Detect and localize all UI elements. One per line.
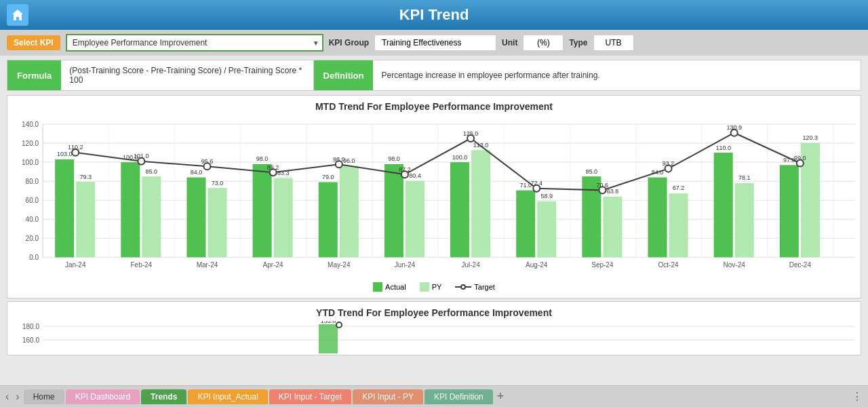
formula-definition-row: Formula (Post-Training Score - Pre-Train…	[7, 60, 861, 91]
tab-kpi-definition[interactable]: KPI Definition	[425, 389, 493, 404]
svg-text:Nov-24: Nov-24	[724, 261, 746, 269]
kpi-select[interactable]: Employee Performance Improvement	[66, 34, 323, 52]
svg-text:79.3: 79.3	[79, 174, 92, 180]
bar-feb-py	[142, 176, 161, 257]
ytd-chart-title: YTD Trend For Employee Performance Impro…	[13, 307, 855, 318]
bar-mar-py	[208, 188, 226, 257]
kpi-select-wrapper: Employee Performance Improvement ▼	[66, 34, 323, 52]
ytd-chart-svg: 180.0 160.0 153.8	[13, 321, 855, 355]
svg-text:110.0: 110.0	[715, 144, 731, 151]
bar-apr-actual	[253, 164, 272, 257]
bar-nov-actual	[714, 153, 733, 257]
bar-mar-actual	[186, 178, 205, 258]
ytd-chart-container: YTD Trend For Employee Performance Impro…	[7, 301, 861, 355]
svg-text:85.0: 85.0	[146, 168, 158, 175]
legend-target-icon	[455, 286, 471, 288]
svg-text:80.4: 80.4	[409, 172, 421, 179]
legend-py-icon	[420, 282, 429, 292]
svg-text:180.0: 180.0	[22, 323, 39, 330]
svg-text:20.0: 20.0	[26, 235, 39, 242]
tab-nav-prev[interactable]: ‹	[3, 391, 12, 403]
home-button[interactable]	[7, 4, 28, 26]
unit-label: Unit	[502, 38, 517, 47]
legend-py-label: PY	[432, 283, 442, 291]
tab-bar: ‹ › Home KPI Dashboard Trends KPI Input_…	[0, 385, 868, 407]
bar-jun-py	[406, 181, 425, 258]
tab-add-button[interactable]: +	[494, 389, 507, 404]
svg-text:120.3: 120.3	[803, 134, 818, 141]
svg-text:85.0: 85.0	[586, 168, 598, 175]
legend-actual-label: Actual	[385, 283, 406, 291]
tab-kpi-input-py[interactable]: KPI Input - PY	[353, 389, 423, 404]
bar-jan-py	[76, 182, 95, 257]
legend-actual: Actual	[373, 282, 406, 292]
header: KPI Trend	[0, 0, 868, 30]
svg-text:95.6: 95.6	[201, 158, 214, 165]
svg-text:Jun-24: Jun-24	[395, 261, 416, 269]
svg-text:98.0: 98.0	[388, 155, 400, 162]
svg-text:98.0: 98.0	[333, 156, 345, 163]
bar-aug-actual	[516, 191, 535, 258]
bar-jul-actual	[450, 162, 469, 257]
bar-sep-py	[603, 197, 622, 257]
svg-text:Apr-24: Apr-24	[263, 261, 283, 269]
chart-legend: Actual PY Target	[13, 282, 855, 292]
svg-text:Aug-24: Aug-24	[526, 261, 548, 269]
bar-apr-py	[274, 178, 293, 258]
svg-text:103.0: 103.0	[57, 151, 73, 157]
bar-jan-actual	[55, 159, 74, 257]
svg-rect-81	[319, 324, 338, 353]
mtd-chart-title: MTD Trend For Employee Performance Impro…	[13, 101, 855, 112]
tab-home[interactable]: Home	[24, 389, 64, 404]
select-kpi-label: Select KPI	[7, 35, 60, 50]
svg-text:84.0: 84.0	[191, 169, 203, 176]
svg-text:60.0: 60.0	[26, 197, 39, 204]
mtd-chart-svg: 140.0 120.0 100.0 80.0 60.0 40.0 20.0 0.…	[13, 115, 855, 277]
svg-text:80.0: 80.0	[26, 178, 39, 185]
bar-may-actual	[319, 182, 338, 258]
unit-value: (%)	[523, 35, 564, 51]
legend-target-label: Target	[474, 283, 495, 291]
svg-text:Jan-24: Jan-24	[65, 261, 86, 269]
svg-text:79.0: 79.0	[322, 174, 334, 180]
svg-text:Feb-24: Feb-24	[130, 261, 152, 269]
svg-text:100.0: 100.0	[452, 154, 468, 161]
svg-text:40.0: 40.0	[26, 216, 39, 223]
svg-text:89.2: 89.2	[267, 164, 279, 171]
bar-dec-actual	[780, 165, 799, 257]
formula-badge: Formula	[7, 60, 61, 90]
formula-text: (Post-Training Score - Pre-Training Scor…	[61, 60, 313, 90]
svg-text:101.0: 101.0	[134, 153, 149, 159]
svg-text:0.0: 0.0	[29, 254, 39, 261]
tab-kpi-input-target[interactable]: KPI Input - Target	[269, 389, 351, 404]
legend-actual-icon	[373, 282, 382, 292]
bar-nov-py	[735, 183, 754, 257]
svg-text:153.8: 153.8	[321, 321, 336, 324]
svg-text:78.1: 78.1	[738, 174, 751, 181]
svg-text:May-24: May-24	[328, 261, 351, 269]
tab-kpi-dashboard[interactable]: KPI Dashboard	[66, 389, 140, 404]
bar-aug-py	[537, 201, 556, 258]
tab-trends[interactable]: Trends	[141, 389, 186, 404]
definition-badge: Definition	[314, 60, 374, 90]
svg-text:73.0: 73.0	[212, 180, 224, 187]
bar-jun-actual	[384, 164, 403, 257]
svg-text:58.9: 58.9	[540, 193, 553, 199]
svg-text:140.0: 140.0	[22, 121, 39, 128]
type-value: UTB	[593, 35, 634, 51]
svg-text:93.2: 93.2	[663, 160, 675, 167]
tab-kpi-input-actual[interactable]: KPI Input_Actual	[188, 389, 267, 404]
type-label: Type	[569, 38, 587, 47]
legend-target: Target	[455, 282, 495, 292]
target-line	[75, 133, 800, 191]
bar-oct-actual	[648, 178, 667, 258]
svg-text:120.0: 120.0	[22, 140, 39, 147]
tab-menu-button[interactable]: ⋮	[849, 390, 865, 403]
svg-text:Mar-24: Mar-24	[197, 261, 218, 269]
definition-text: Percentage increase in employee performa…	[373, 60, 861, 90]
bar-feb-actual	[121, 162, 140, 257]
svg-text:Oct-24: Oct-24	[658, 261, 679, 269]
svg-text:Sep-24: Sep-24	[591, 261, 614, 269]
tab-nav-next[interactable]: ›	[13, 391, 22, 403]
svg-text:72.4: 72.4	[530, 180, 542, 187]
